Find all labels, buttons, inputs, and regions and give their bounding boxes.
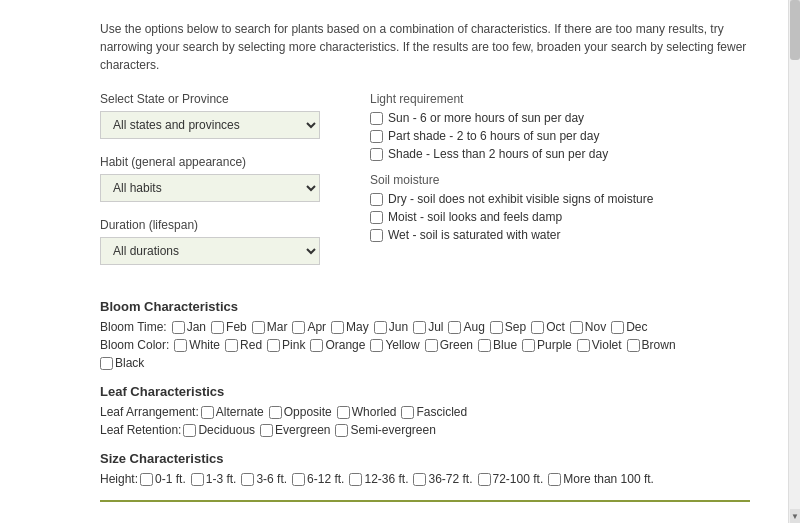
soil-option-moist: Moist - soil looks and feels damp <box>370 210 750 224</box>
leaf-ret-semi-evergreen: Semi-evergreen <box>335 423 435 437</box>
bloom-color-black: Black <box>100 356 144 370</box>
bloom-month-apr: Apr <box>292 320 326 334</box>
light-checkbox-part-shade[interactable] <box>370 130 383 143</box>
soil-label-wet: Wet - soil is saturated with water <box>388 228 561 242</box>
size-height-label: Height: <box>100 472 138 486</box>
bloom-cb-green[interactable] <box>425 339 438 352</box>
size-cb-12-36[interactable] <box>349 473 362 486</box>
size-h-12-36: 12-36 ft. <box>349 472 408 486</box>
scrollbar-track: ▲ ▼ <box>788 0 800 523</box>
bloom-cb-oct[interactable] <box>531 321 544 334</box>
leaf-cb-fascicled[interactable] <box>401 406 414 419</box>
soil-checkbox-moist[interactable] <box>370 211 383 224</box>
size-height-row: Height: 0-1 ft. 1-3 ft. 3-6 ft. 6-12 ft.… <box>100 472 750 486</box>
scrollbar-thumb[interactable] <box>790 0 800 60</box>
state-label: Select State or Province <box>100 92 330 106</box>
bloom-cb-feb[interactable] <box>211 321 224 334</box>
bloom-month-sep: Sep <box>490 320 526 334</box>
bloom-cb-aug[interactable] <box>448 321 461 334</box>
bloom-month-aug: Aug <box>448 320 484 334</box>
bloom-time-label: Bloom Time: <box>100 320 167 334</box>
light-option-sun: Sun - 6 or more hours of sun per day <box>370 111 750 125</box>
bloom-month-mar: Mar <box>252 320 288 334</box>
habit-label: Habit (general appearance) <box>100 155 330 169</box>
bloom-cb-nov[interactable] <box>570 321 583 334</box>
bloom-cb-yellow[interactable] <box>370 339 383 352</box>
bloom-color-blue: Blue <box>478 338 517 352</box>
bloom-color-label: Bloom Color: <box>100 338 169 352</box>
habit-select[interactable]: All habits <box>100 174 320 202</box>
bloom-cb-sep[interactable] <box>490 321 503 334</box>
soil-option-wet: Wet - soil is saturated with water <box>370 228 750 242</box>
bloom-color-purple: Purple <box>522 338 572 352</box>
light-checkbox-shade[interactable] <box>370 148 383 161</box>
soil-checkbox-wet[interactable] <box>370 229 383 242</box>
bloom-color-green: Green <box>425 338 473 352</box>
leaf-cb-alternate[interactable] <box>201 406 214 419</box>
bloom-color-pink: Pink <box>267 338 305 352</box>
size-cb-72-100[interactable] <box>478 473 491 486</box>
duration-select[interactable]: All durations <box>100 237 320 265</box>
bloom-cb-violet[interactable] <box>577 339 590 352</box>
size-section: Size Characteristics Height: 0-1 ft. 1-3… <box>100 451 750 486</box>
light-label-sun: Sun - 6 or more hours of sun per day <box>388 111 584 125</box>
bloom-color-row: Bloom Color: White Red Pink Orange Yello… <box>100 338 750 352</box>
bloom-cb-brown[interactable] <box>627 339 640 352</box>
leaf-ret-deciduous: Deciduous <box>183 423 255 437</box>
bloom-color-violet: Violet <box>577 338 622 352</box>
size-h-0-1: 0-1 ft. <box>140 472 186 486</box>
light-option-part-shade: Part shade - 2 to 6 hours of sun per day <box>370 129 750 143</box>
bloom-cb-blue[interactable] <box>478 339 491 352</box>
size-cb-more-100[interactable] <box>548 473 561 486</box>
light-label-shade: Shade - Less than 2 hours of sun per day <box>388 147 608 161</box>
bloom-month-feb: Feb <box>211 320 247 334</box>
light-requirement-title: Light requirement <box>370 92 750 106</box>
bloom-cb-red[interactable] <box>225 339 238 352</box>
bloom-cb-jun[interactable] <box>374 321 387 334</box>
state-select[interactable]: All states and provinces <box>100 111 320 139</box>
scrollbar-arrow-down[interactable]: ▼ <box>790 509 800 523</box>
bloom-cb-jan[interactable] <box>172 321 185 334</box>
leaf-arr-alternate: Alternate <box>201 405 264 419</box>
leaf-section: Leaf Characteristics Leaf Arrangement: A… <box>100 384 750 437</box>
size-h-6-12: 6-12 ft. <box>292 472 344 486</box>
bloom-month-jun: Jun <box>374 320 408 334</box>
size-cb-36-72[interactable] <box>413 473 426 486</box>
size-h-72-100: 72-100 ft. <box>478 472 544 486</box>
leaf-arr-whorled: Whorled <box>337 405 397 419</box>
size-cb-0-1[interactable] <box>140 473 153 486</box>
bloom-cb-dec[interactable] <box>611 321 624 334</box>
leaf-cb-evergreen[interactable] <box>260 424 273 437</box>
bloom-color-yellow: Yellow <box>370 338 419 352</box>
leaf-cb-opposite[interactable] <box>269 406 282 419</box>
soil-checkbox-dry[interactable] <box>370 193 383 206</box>
bloom-color-white: White <box>174 338 220 352</box>
leaf-arrangement-label: Leaf Arrangement: <box>100 405 199 419</box>
duration-field-group: Duration (lifespan) All durations <box>100 218 330 265</box>
size-cb-3-6[interactable] <box>241 473 254 486</box>
soil-moisture-title: Soil moisture <box>370 173 750 187</box>
leaf-ret-evergreen: Evergreen <box>260 423 330 437</box>
bloom-cb-may[interactable] <box>331 321 344 334</box>
size-h-3-6: 3-6 ft. <box>241 472 287 486</box>
bloom-cb-mar[interactable] <box>252 321 265 334</box>
bloom-cb-pink[interactable] <box>267 339 280 352</box>
bloom-month-nov: Nov <box>570 320 606 334</box>
bloom-cb-orange[interactable] <box>310 339 323 352</box>
leaf-cb-deciduous[interactable] <box>183 424 196 437</box>
bloom-cb-jul[interactable] <box>413 321 426 334</box>
leaf-cb-semi-evergreen[interactable] <box>335 424 348 437</box>
bloom-cb-white[interactable] <box>174 339 187 352</box>
light-checkbox-sun[interactable] <box>370 112 383 125</box>
size-cb-6-12[interactable] <box>292 473 305 486</box>
bloom-cb-apr[interactable] <box>292 321 305 334</box>
leaf-cb-whorled[interactable] <box>337 406 350 419</box>
bloom-cb-purple[interactable] <box>522 339 535 352</box>
bloom-color-orange: Orange <box>310 338 365 352</box>
size-cb-1-3[interactable] <box>191 473 204 486</box>
bloom-cb-black[interactable] <box>100 357 113 370</box>
bloom-month-jan: Jan <box>172 320 206 334</box>
bloom-time-row: Bloom Time: Jan Feb Mar Apr May Jun Jul … <box>100 320 750 334</box>
size-title: Size Characteristics <box>100 451 750 466</box>
soil-label-dry: Dry - soil does not exhibit visible sign… <box>388 192 653 206</box>
